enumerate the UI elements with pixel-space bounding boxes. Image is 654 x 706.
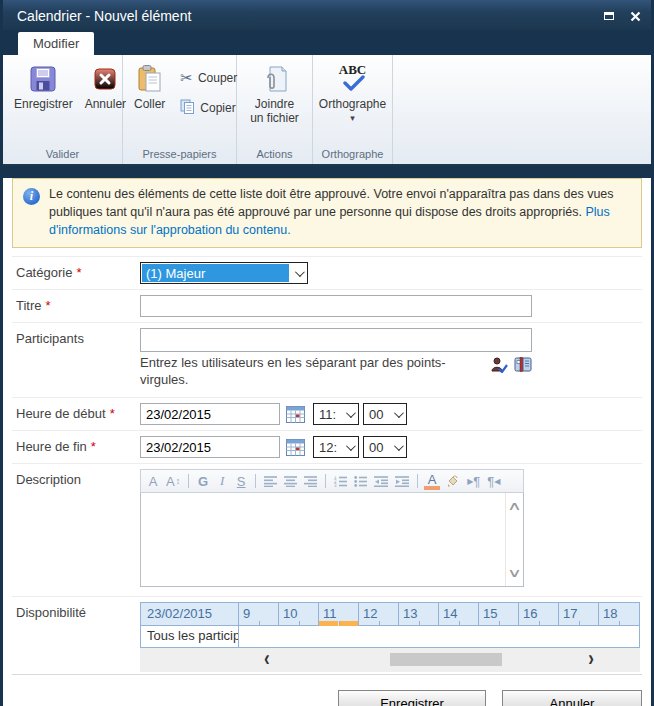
end-hour-select[interactable]: 12: (313, 436, 359, 458)
category-label: Catégorie (16, 265, 72, 280)
attach-file-button[interactable]: Joindre un fichier (242, 59, 307, 128)
spelling-icon: ABC (335, 63, 371, 95)
ribbon-group-actions: Joindre un fichier Actions (237, 55, 313, 164)
cut-button[interactable]: ✂ Couper (175, 67, 242, 89)
start-time-label: Heure de début (16, 406, 106, 421)
ribbon-group-commit: Enregistrer Annuler Valider (3, 55, 123, 164)
form-row-start-time: Heure de début* 11: 00 (12, 397, 642, 430)
close-icon (630, 11, 641, 22)
tab-modifier[interactable]: Modifier (18, 32, 94, 55)
chevron-down-icon: ▾ (350, 113, 355, 123)
category-select[interactable]: (1) Majeur (140, 262, 308, 284)
text-color-icon[interactable]: A (424, 473, 440, 490)
save-button-footer[interactable]: Enregistrer (338, 690, 486, 706)
scroll-right-icon[interactable]: › (588, 646, 594, 672)
highlight-color-icon[interactable] (443, 471, 462, 491)
title-label: Titre (16, 298, 42, 313)
check-names-icon[interactable] (491, 357, 508, 376)
form-row-category: Catégorie* (1) Majeur (12, 256, 642, 289)
gantt-date-cell: 23/02/2015 (141, 603, 239, 625)
approval-notice-text: Le contenu des éléments de cette liste d… (49, 187, 614, 219)
indent-icon[interactable] (393, 471, 411, 491)
dialog-titlebar: Calendrier - Nouvel élément (3, 0, 651, 30)
underline-icon[interactable]: S (233, 471, 249, 491)
align-center-icon[interactable] (282, 471, 299, 491)
scroll-up-icon[interactable]: ∧ (507, 499, 522, 513)
font-size-icon[interactable]: A↕ (164, 471, 182, 491)
availability-gantt: 23/02/2015 9 10 11 12 13 14 15 16 17 18 (140, 602, 640, 672)
chevron-down-icon (340, 411, 358, 418)
start-date-input[interactable] (140, 403, 280, 425)
bullet-list-icon[interactable] (352, 471, 369, 491)
cut-label: Couper (198, 71, 237, 85)
gantt-hour-cell: 10 (279, 603, 319, 625)
form-row-description: Description A A↕ G I S (12, 463, 642, 596)
paste-button[interactable]: Coller (128, 59, 171, 114)
spelling-button[interactable]: ABC Orthographe ▾ (313, 59, 392, 125)
maximize-icon (604, 12, 614, 20)
gantt-scrollbar-thumb[interactable] (390, 653, 502, 666)
required-mark: * (76, 265, 81, 280)
outdent-icon[interactable] (372, 471, 390, 491)
form-row-participants: Participants Entrez les utilisateurs en … (12, 322, 642, 397)
gantt-hour-cell: 15 (479, 603, 519, 625)
scroll-left-icon[interactable]: ‹ (264, 646, 270, 672)
maximize-button[interactable] (604, 12, 614, 20)
info-icon: i (23, 188, 40, 205)
ltr-paragraph-icon[interactable]: ▶¶ (465, 471, 482, 491)
gantt-hour-cell: 12 (359, 603, 399, 625)
gantt-scrollbar: ‹ › (140, 648, 640, 672)
chevron-down-icon (341, 444, 358, 451)
gantt-hour-cell: 18 (599, 603, 639, 625)
title-input[interactable] (140, 295, 532, 317)
description-scrollbar[interactable]: ∧ ∨ (505, 493, 523, 586)
spelling-label: Orthographe (319, 98, 386, 112)
start-date-calendar-icon[interactable] (286, 406, 305, 423)
cancel-label: Annuler (85, 98, 126, 112)
bold-icon[interactable]: G (195, 471, 211, 491)
gantt-hour-cell: 16 (519, 603, 559, 625)
form-row-title: Titre* (12, 289, 642, 322)
start-hour-select[interactable]: 11: (313, 403, 359, 425)
dialog-content: i Le contenu des éléments de cette liste… (3, 178, 651, 706)
description-input[interactable]: ∧ ∨ (140, 493, 524, 587)
save-button[interactable]: Enregistrer (8, 59, 79, 114)
save-icon (28, 63, 58, 95)
end-minute-select[interactable]: 00 (363, 436, 407, 458)
gantt-hour-cell: 13 (399, 603, 439, 625)
gantt-hour-cell: 17 (559, 603, 599, 625)
participants-input[interactable] (140, 328, 532, 352)
chevron-down-icon (388, 444, 406, 451)
rte-toolbar: A A↕ G I S 123 (140, 469, 524, 493)
italic-icon[interactable]: I (214, 471, 230, 491)
group-label-spelling: Orthographe (313, 147, 392, 164)
dialog-title: Calendrier - Nouvel élément (17, 8, 191, 24)
paste-label: Coller (134, 98, 165, 112)
paste-icon (136, 63, 164, 95)
end-date-calendar-icon[interactable] (286, 439, 305, 456)
align-left-icon[interactable] (262, 471, 279, 491)
cancel-button-footer[interactable]: Annuler (502, 690, 642, 706)
address-book-icon[interactable] (514, 357, 532, 375)
numbered-list-icon[interactable]: 123 (332, 471, 349, 491)
scroll-down-icon[interactable]: ∨ (507, 566, 522, 580)
ribbon-group-clipboard: Coller ✂ Couper Copier Presse-papiers (123, 55, 237, 164)
copy-icon (180, 99, 195, 117)
cancel-icon (93, 63, 117, 95)
end-minute-value: 00 (365, 438, 388, 456)
align-right-icon[interactable] (302, 471, 319, 491)
gantt-header-row: 23/02/2015 9 10 11 12 13 14 15 16 17 18 (140, 602, 640, 626)
end-time-label: Heure de fin (16, 439, 87, 454)
copy-button[interactable]: Copier (175, 97, 242, 119)
close-button[interactable] (630, 11, 641, 22)
attach-file-label: Joindre un fichier (248, 98, 301, 126)
start-minute-select[interactable]: 00 (363, 403, 407, 425)
ribbon-tabstrip: Modifier (3, 30, 651, 55)
font-icon[interactable]: A (145, 471, 161, 491)
gantt-row-label: Tous les participants (141, 626, 239, 647)
end-date-input[interactable] (140, 436, 280, 458)
gantt-hour-cell: 14 (439, 603, 479, 625)
start-hour-value: 11: (315, 405, 340, 423)
chevron-down-icon (289, 270, 307, 277)
rtl-paragraph-icon[interactable]: ¶◀ (485, 471, 502, 491)
